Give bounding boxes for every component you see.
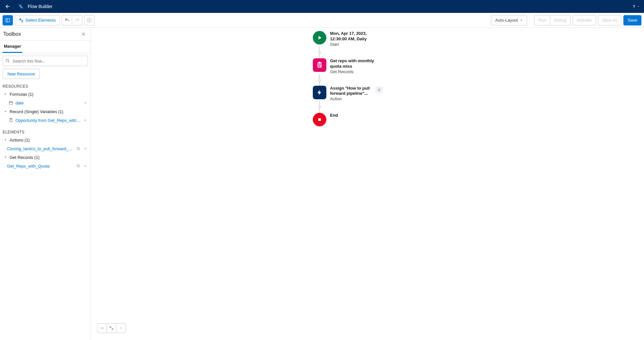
flow-builder-icon: [17, 3, 24, 10]
select-elements-button[interactable]: Select Elements: [15, 15, 60, 25]
panel-left-icon: [5, 18, 10, 23]
toolbar: Select Elements Auto-Layout Run Debug Ac…: [0, 13, 644, 28]
gear-icon: [87, 18, 92, 23]
back-button[interactable]: [3, 1, 13, 12]
layout-dropdown-label: Auto-Layout: [495, 18, 518, 23]
run-group: Run Debug: [534, 15, 571, 25]
svg-point-1: [634, 7, 634, 8]
svg-rect-4: [20, 18, 21, 20]
undo-button[interactable]: [62, 15, 72, 25]
select-elements-label: Select Elements: [25, 18, 56, 23]
svg-point-6: [89, 20, 90, 21]
save-button[interactable]: Save: [623, 15, 641, 25]
redo-button[interactable]: [72, 15, 82, 25]
svg-rect-5: [22, 20, 23, 22]
layout-dropdown[interactable]: Auto-Layout: [491, 15, 527, 25]
undo-redo-group: [62, 15, 82, 25]
help-icon: [632, 4, 636, 9]
caret-down-icon: [637, 5, 639, 8]
cursor-select-icon: [19, 18, 24, 23]
arrow-left-icon: [5, 4, 10, 9]
svg-rect-2: [6, 18, 10, 22]
app-title: Flow Builder: [28, 4, 53, 9]
run-button[interactable]: Run: [534, 15, 550, 25]
redo-icon: [74, 18, 80, 23]
save-as-button[interactable]: Save As: [598, 15, 622, 25]
debug-button[interactable]: Debug: [550, 15, 571, 25]
help-menu[interactable]: [630, 3, 641, 10]
caret-down-icon: [520, 19, 523, 22]
activate-button[interactable]: Activate: [572, 15, 596, 25]
undo-icon: [64, 18, 70, 23]
settings-button[interactable]: [84, 15, 94, 25]
toggle-toolbox-button[interactable]: [3, 15, 13, 25]
app-header: Flow Builder: [0, 0, 644, 13]
